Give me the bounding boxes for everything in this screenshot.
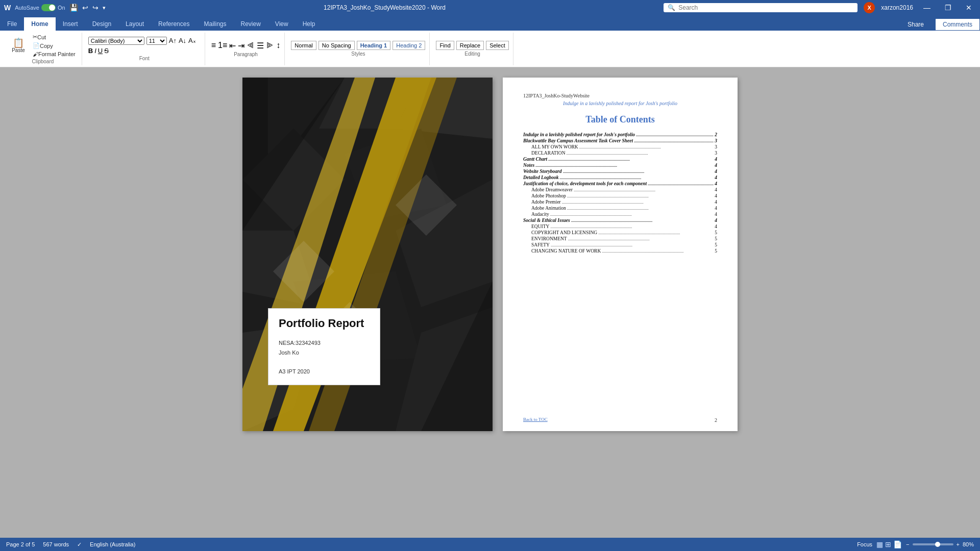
- cover-author: Josh Ko: [279, 348, 370, 358]
- tab-review[interactable]: Review: [233, 17, 267, 31]
- tab-design[interactable]: Design: [85, 17, 118, 31]
- tab-home[interactable]: Home: [24, 17, 55, 31]
- toc-entry-num: 4: [715, 163, 717, 168]
- comments-button[interactable]: Comments: [935, 18, 980, 31]
- view-icons: ▦ ⊞ 📄: [876, 540, 902, 548]
- focus-label[interactable]: Focus: [857, 541, 872, 547]
- bold-button[interactable]: B: [88, 47, 93, 55]
- close-button[interactable]: ✕: [962, 4, 976, 12]
- search-input[interactable]: [678, 4, 831, 11]
- indent-increase-icon[interactable]: ⇥: [238, 41, 244, 51]
- format-painter-icon: 🖌: [33, 51, 38, 57]
- toc-dots: ........................................…: [562, 200, 714, 205]
- cut-button[interactable]: ✂ Cut: [31, 33, 78, 41]
- cut-icon: ✂: [33, 34, 37, 40]
- strikethrough-button[interactable]: S: [104, 47, 109, 55]
- toc-entry-num: 4: [715, 212, 717, 217]
- user-avatar: X: [864, 2, 875, 13]
- back-to-toc-link[interactable]: Back to TOC: [523, 417, 548, 422]
- toc-entry-num: 3: [715, 138, 717, 143]
- titlebar-left: W AutoSave On 💾 ↩ ↪ ▾: [4, 4, 106, 12]
- bullets-button[interactable]: ≡: [211, 41, 216, 50]
- statusbar: Page 2 of 5 567 words ✓ English (Austral…: [0, 538, 980, 551]
- toc-entries: Indulge in a lavishly polished report fo…: [523, 132, 717, 254]
- format-painter-button[interactable]: 🖌 Format Painter: [31, 51, 78, 58]
- italic-button[interactable]: I: [94, 47, 96, 55]
- toc-entry-label: Adobe Dreamweaver: [531, 187, 573, 192]
- indent-decrease-icon[interactable]: ⇤: [229, 41, 236, 51]
- increase-font-icon[interactable]: A↑: [169, 37, 177, 44]
- toc-entry-num: 4: [715, 199, 717, 205]
- tab-view[interactable]: View: [268, 17, 296, 31]
- toc-entry: Notes...................................…: [523, 163, 717, 168]
- select-button[interactable]: Select: [486, 41, 509, 50]
- decrease-font-icon[interactable]: A↓: [179, 37, 186, 44]
- zoom-slider[interactable]: [913, 543, 953, 545]
- redo-icon[interactable]: ↪: [92, 4, 99, 12]
- toc-entry-label: Website Storyboard: [523, 169, 562, 174]
- line-spacing-button[interactable]: ↕: [276, 41, 280, 50]
- find-button[interactable]: Find: [436, 41, 454, 50]
- undo-icon[interactable]: ↩: [82, 4, 88, 12]
- search-icon: 🔍: [668, 4, 675, 11]
- clear-format-icon[interactable]: Aₓ: [188, 37, 196, 44]
- toc-dots: ........................................…: [567, 206, 714, 211]
- paste-button[interactable]: 📋 Paste: [8, 37, 29, 54]
- word-count: 567 words: [43, 541, 69, 547]
- search-box[interactable]: 🔍: [664, 3, 857, 12]
- toc-entry: Justification of choice, development too…: [523, 181, 717, 186]
- zoom-level: 80%: [963, 541, 974, 547]
- toc-header-subtitle: Indulge in a lavishly polished report fo…: [523, 101, 717, 106]
- document-filename: 12IPTA3_JoshKo_StudyWebsite2020 - Word: [324, 4, 446, 11]
- tab-references[interactable]: References: [151, 17, 197, 31]
- share-button[interactable]: Share: [900, 19, 931, 30]
- copy-button[interactable]: 📄 Copy: [31, 42, 78, 49]
- customize-icon[interactable]: ▾: [103, 5, 106, 11]
- zoom-out-button[interactable]: −: [906, 541, 909, 547]
- font-size-select[interactable]: 11: [146, 37, 167, 45]
- heading2-style[interactable]: Heading 2: [393, 41, 425, 50]
- toc-entry: COPYRIGHT AND LICENSING.................…: [523, 230, 717, 235]
- font-family-select[interactable]: Calibri (Body): [88, 37, 144, 45]
- tab-file[interactable]: File: [0, 17, 24, 31]
- tab-layout[interactable]: Layout: [118, 17, 151, 31]
- toc-entry-num: 4: [715, 175, 717, 180]
- font-label: Font: [139, 56, 150, 61]
- tab-insert[interactable]: Insert: [56, 17, 85, 31]
- zoom-in-button[interactable]: +: [957, 541, 960, 547]
- print-layout-icon[interactable]: ▦: [876, 540, 883, 548]
- restore-button[interactable]: ❐: [941, 4, 955, 12]
- no-spacing-style[interactable]: No Spacing: [318, 41, 355, 50]
- heading1-style[interactable]: Heading 1: [357, 41, 391, 50]
- titlebar-center: 12IPTA3_JoshKo_StudyWebsite2020 - Word: [324, 4, 446, 11]
- toc-entry: Adobe Animation.........................…: [523, 206, 717, 211]
- align-center-button[interactable]: ☰: [257, 41, 264, 51]
- autosave-toggle[interactable]: [41, 4, 56, 11]
- toc-entry: Adobe Premier...........................…: [523, 199, 717, 205]
- toc-header-filename: 12IPTA3_JoshKo-StudyWebsite: [523, 93, 717, 98]
- normal-style[interactable]: Normal: [291, 41, 316, 50]
- read-mode-icon[interactable]: 📄: [893, 540, 902, 548]
- minimize-button[interactable]: —: [919, 4, 935, 12]
- spell-check-icon: ✓: [77, 541, 82, 548]
- toc-entry-num: 5: [715, 236, 717, 241]
- autosave-section: AutoSave On: [15, 4, 65, 11]
- toc-dots: ........................................…: [548, 157, 714, 162]
- replace-button[interactable]: Replace: [456, 41, 484, 50]
- align-left-button[interactable]: ⫷: [247, 41, 255, 50]
- save-icon[interactable]: 💾: [69, 4, 78, 12]
- align-right-button[interactable]: ⫸: [266, 41, 274, 50]
- toc-dots: ........................................…: [550, 212, 714, 217]
- toc-entry-num: 4: [715, 181, 717, 186]
- toc-entry-num: 5: [715, 248, 717, 254]
- underline-button[interactable]: U: [98, 47, 103, 55]
- web-layout-icon[interactable]: ⊞: [885, 540, 891, 548]
- toc-dots: ........................................…: [579, 145, 714, 149]
- tab-mailings[interactable]: Mailings: [197, 17, 233, 31]
- toc-dots: ........................................…: [568, 237, 714, 241]
- toc-entry-num: 4: [715, 218, 717, 223]
- tab-help[interactable]: Help: [296, 17, 323, 31]
- toc-entry: Website Storyboard......................…: [523, 169, 717, 174]
- numbering-button[interactable]: 1≡: [218, 41, 227, 50]
- clipboard-label: Clipboard: [32, 59, 54, 64]
